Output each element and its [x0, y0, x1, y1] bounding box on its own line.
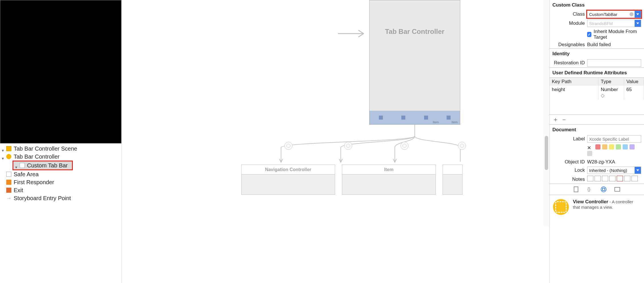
tab-item-icon[interactable] [379, 116, 383, 120]
canvas-vertical-scrollbar[interactable] [544, 0, 549, 226]
outline-label: First Responder [14, 179, 54, 186]
svg-text:{}: {} [587, 187, 591, 192]
outline-scene-row[interactable]: Tab Bar Controller Scene [0, 145, 121, 153]
inherit-module-label: Inherit Module From Target [594, 29, 641, 40]
inherit-module-checkbox[interactable] [587, 32, 591, 37]
svg-rect-5 [615, 187, 620, 191]
udra-cell-key: height [550, 86, 598, 100]
child-scene-navcontroller[interactable]: Navigation Controller [241, 165, 335, 195]
remove-attribute-button[interactable]: － [561, 116, 569, 123]
class-value: CustomTabBar [589, 12, 617, 17]
notes-format-toolbar[interactable] [587, 176, 641, 183]
identity-inspector: Custom Class Class CustomTabBar Module S… [549, 0, 644, 283]
lock-label: Lock [552, 167, 585, 173]
code-snippet-icon[interactable]: {} [587, 186, 593, 192]
udra-table[interactable]: Key Path Type Value height Number ◇ 65 [550, 77, 644, 115]
storyboard-canvas[interactable]: Tab Bar Controller Item Item Nav [122, 0, 549, 283]
doc-label-field[interactable] [587, 135, 641, 143]
module-label: Module [552, 20, 585, 26]
chevron-down-icon[interactable] [635, 20, 641, 27]
svg-rect-1 [574, 187, 578, 192]
navigator-panel: Tab Bar Controller Scene Tab Bar Control… [0, 0, 122, 283]
section-header-udra: User Defined Runtime Attributes [550, 68, 644, 77]
section-header-custom-class: Custom Class [550, 0, 644, 10]
viewcontroller-icon [6, 154, 11, 159]
outline-label: Exit [14, 187, 23, 194]
doc-label-label: Label [552, 136, 585, 142]
module-field[interactable]: StrandsBFM [587, 20, 641, 27]
outline-label: Custom Tab Bar [27, 162, 68, 169]
udra-cell-value: 65 [624, 86, 644, 100]
stepper-icon[interactable]: ◇ [601, 93, 604, 98]
segue-circle-icon[interactable] [458, 142, 466, 150]
restoration-id-field[interactable] [587, 59, 641, 67]
tab-item-icon[interactable] [447, 116, 451, 120]
lock-field[interactable]: Inherited - (Nothing) [587, 167, 641, 174]
restoration-id-label: Restoration ID [552, 60, 585, 66]
segue-circle-icon[interactable] [284, 142, 292, 150]
outline-item-tabbarcontroller[interactable]: Tab Bar Controller [0, 153, 121, 161]
udra-cell-type: Number [601, 87, 618, 92]
svg-rect-4 [602, 188, 605, 190]
disclosure-triangle-icon[interactable] [1, 147, 5, 151]
outline-item-entrypoint[interactable]: → Storyboard Entry Point [0, 194, 121, 202]
udra-col-type: Type [598, 78, 624, 86]
child-scene-partial[interactable] [443, 165, 463, 195]
document-outline[interactable]: Tab Bar Controller Scene Tab Bar Control… [0, 143, 121, 283]
udra-col-value: Value [624, 78, 644, 86]
file-template-icon[interactable] [573, 186, 579, 192]
object-library-icon[interactable] [600, 186, 607, 192]
outline-item-firstresponder[interactable]: First Responder [0, 178, 121, 186]
jump-to-class-icon[interactable] [629, 12, 633, 16]
scene-preview [0, 0, 121, 143]
storyboard-scene-icon [6, 146, 11, 151]
outline-item-safearea[interactable]: Safe Area [0, 170, 121, 178]
module-placeholder: StrandsBFM [589, 21, 613, 26]
section-header-document: Document [550, 125, 644, 134]
outline-label: Storyboard Entry Point [14, 195, 71, 202]
safearea-icon [6, 172, 11, 177]
chevron-down-icon[interactable] [635, 11, 641, 18]
lock-value: Inherited - (Nothing) [589, 168, 627, 173]
svg-point-3 [601, 187, 606, 192]
library-item-title: View Controller [573, 199, 608, 204]
outline-item-customtabbar[interactable]: Custom Tab Bar [13, 161, 72, 169]
entry-point-arrow [338, 28, 366, 39]
child-scene-item[interactable]: Item [342, 165, 436, 195]
tab-item-label: Item [452, 120, 458, 124]
outline-item-exit[interactable]: Exit [0, 186, 121, 194]
section-header-identity: Identity [550, 49, 644, 58]
class-label: Class [552, 11, 585, 17]
outline-label: Safe Area [14, 171, 39, 178]
scene-title: Tab Bar Controller [370, 28, 460, 36]
library-item-viewcontroller[interactable]: View Controller - A controller that mana… [550, 195, 644, 219]
view-icon [20, 163, 25, 168]
outline-label: Tab Bar Controller [14, 153, 59, 160]
disclosure-triangle-icon[interactable] [15, 163, 18, 167]
class-field[interactable]: CustomTabBar [587, 11, 641, 18]
tab-item-label: Item [433, 120, 439, 124]
outline-label: Tab Bar Controller Scene [14, 145, 77, 152]
library-tab-bar[interactable]: {} [550, 184, 644, 195]
designables-label: Designables [552, 42, 585, 48]
tab-item-icon[interactable] [424, 116, 428, 120]
segue-circle-icon[interactable] [401, 142, 408, 150]
first-responder-icon [6, 180, 11, 185]
tab-item-icon[interactable] [401, 116, 405, 120]
entry-point-arrow-icon: → [6, 195, 11, 201]
objectid-value: W28-zg-YXA [587, 159, 615, 165]
add-attribute-button[interactable]: ＋ [552, 116, 561, 123]
tab-bar[interactable]: Item Item [370, 111, 460, 124]
label-color-swatches[interactable]: ✕ [587, 144, 641, 157]
viewcontroller-thumb-icon [553, 199, 569, 215]
notes-label: Notes [552, 177, 585, 182]
udra-col-key: Key Path [550, 78, 598, 86]
udra-row[interactable]: height Number ◇ 65 [550, 86, 644, 100]
child-title: Navigation Controller [265, 167, 311, 172]
chevron-down-icon[interactable] [635, 167, 641, 174]
disclosure-triangle-icon[interactable] [1, 155, 5, 159]
media-library-icon[interactable] [614, 186, 620, 192]
designables-value: Build failed [587, 42, 611, 47]
tab-bar-controller-scene[interactable]: Tab Bar Controller Item Item [369, 0, 460, 125]
segue-circle-icon[interactable] [344, 142, 352, 150]
